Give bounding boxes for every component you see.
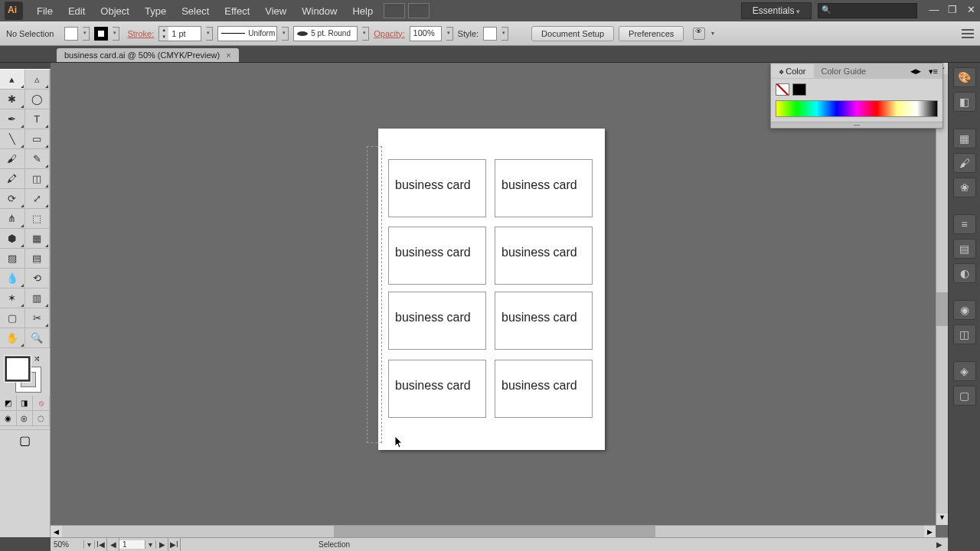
selection-tool[interactable]: ▴ <box>0 70 25 90</box>
fill-swatch-dropdown[interactable] <box>83 27 90 41</box>
arrange-docs-button[interactable] <box>408 3 430 18</box>
blob-brush-tool[interactable]: 🖍 <box>0 169 25 189</box>
free-transform-tool[interactable]: ⬚ <box>25 209 51 229</box>
dock-brushes-icon[interactable]: 🖌 <box>953 153 976 173</box>
business-card[interactable]: business card <box>495 159 593 217</box>
hand-tool[interactable]: ✋ <box>0 328 25 348</box>
vertical-scrollbar[interactable]: ▲ ▼ <box>936 63 948 525</box>
help-search-input[interactable] <box>818 3 917 18</box>
dock-color-icon[interactable]: 🎨 <box>953 67 976 87</box>
preferences-button[interactable]: Preferences <box>619 26 684 41</box>
artboard-dropdown[interactable]: ▾ <box>145 540 156 549</box>
screen-mode-button[interactable]: ▢ <box>0 429 50 451</box>
pencil-tool[interactable]: ✎ <box>25 149 51 169</box>
fill-stroke-control[interactable]: ⤭ <box>0 353 50 396</box>
menu-effect[interactable]: Effect <box>217 2 257 20</box>
document-tab[interactable]: business card.ai @ 50% (CMYK/Preview) × <box>57 48 239 62</box>
workspace-switcher[interactable]: Essentials <box>741 2 812 19</box>
graphic-style-dropdown[interactable] <box>501 27 508 41</box>
stroke-swatch-dropdown[interactable] <box>113 27 119 41</box>
dock-gradient-icon[interactable]: ▤ <box>953 239 976 259</box>
dock-transparency-icon[interactable]: ◐ <box>953 263 976 283</box>
slice-tool[interactable]: ✂ <box>25 308 51 328</box>
business-card[interactable]: business card <box>388 292 486 350</box>
type-tool[interactable]: T <box>25 109 51 129</box>
color-panel-menu-icon[interactable]: ▾≡ <box>924 67 942 77</box>
status-play-icon[interactable]: ▶ <box>934 540 945 549</box>
menu-select[interactable]: Select <box>174 2 217 20</box>
control-bar-menu-icon[interactable] <box>962 29 974 38</box>
color-mode-button[interactable]: ◩ <box>0 396 17 411</box>
dock-swatches-icon[interactable]: ▦ <box>953 129 976 148</box>
none-mode-button[interactable]: ⦸ <box>33 396 50 411</box>
business-card[interactable]: business card <box>388 227 486 285</box>
menu-file[interactable]: File <box>29 2 60 20</box>
dock-graphic-styles-icon[interactable]: ◫ <box>953 324 976 344</box>
business-card[interactable]: business card <box>495 227 593 285</box>
gradient-mode-button[interactable]: ◨ <box>17 396 34 411</box>
zoom-tool[interactable]: 🔍 <box>25 328 51 348</box>
color-spectrum[interactable] <box>776 100 938 117</box>
menu-window[interactable]: Window <box>294 2 345 20</box>
artboard-next-button[interactable]: ▶ <box>156 538 168 551</box>
opacity-input[interactable]: 100% <box>410 26 442 41</box>
fill-swatch[interactable] <box>64 27 78 41</box>
business-card[interactable]: business card <box>388 360 486 418</box>
rectangle-tool[interactable]: ▭ <box>25 129 51 149</box>
direct-selection-tool[interactable]: ▵ <box>25 70 51 90</box>
eraser-tool[interactable]: ◫ <box>25 169 51 189</box>
preview-mode-dd[interactable]: ▾ <box>711 30 714 37</box>
artboard-number-input[interactable]: 1 <box>119 540 145 549</box>
menu-help[interactable]: Help <box>345 2 381 20</box>
width-tool[interactable]: ⋔ <box>0 209 25 229</box>
stroke-swatch[interactable] <box>94 27 108 41</box>
menu-view[interactable]: View <box>257 2 294 20</box>
zoom-dropdown[interactable]: ▾ <box>84 540 95 549</box>
mesh-tool[interactable]: ▨ <box>0 249 25 269</box>
color-black-swatch[interactable] <box>792 83 806 96</box>
dock-appearance-icon[interactable]: ◉ <box>953 300 976 320</box>
panel-resize-grip[interactable]: ━━ <box>771 122 942 128</box>
menu-object[interactable]: Object <box>93 2 137 20</box>
paintbrush-tool[interactable]: 🖌 <box>0 149 25 169</box>
eyedropper-tool[interactable]: 💧 <box>0 269 25 289</box>
horizontal-scrollbar[interactable]: ◀ ▶ <box>51 525 936 537</box>
dock-layers-icon[interactable]: ◈ <box>953 361 976 381</box>
dock-color-guide-icon[interactable]: ◧ <box>953 92 976 112</box>
graphic-style-swatch[interactable] <box>483 27 497 41</box>
scale-tool[interactable]: ⤢ <box>25 189 51 209</box>
business-card[interactable]: business card <box>495 360 593 418</box>
zoom-level-input[interactable]: 50% <box>51 540 84 549</box>
canvas-area[interactable]: business cardbusiness cardbusiness cardb… <box>51 63 948 537</box>
lasso-tool[interactable]: ◯ <box>25 90 51 109</box>
menu-type[interactable]: Type <box>137 2 174 20</box>
dock-artboards-icon[interactable]: ▢ <box>953 386 976 406</box>
color-panel-tab-color[interactable]: Color <box>771 64 814 78</box>
artboard-first-button[interactable]: I◀ <box>95 538 107 551</box>
pen-tool[interactable]: ✒ <box>0 109 25 129</box>
stroke-weight-input[interactable]: ▲▼ 1 pt <box>158 26 201 41</box>
shape-builder-tool[interactable]: ⬢ <box>0 229 25 249</box>
dock-symbols-icon[interactable]: ❀ <box>953 178 976 197</box>
document-tab-close-icon[interactable]: × <box>226 51 230 60</box>
opacity-dropdown[interactable] <box>446 27 453 41</box>
stroke-label[interactable]: Stroke: <box>127 29 154 38</box>
scroll-left-arrow[interactable]: ◀ <box>51 526 62 537</box>
artboard-tool[interactable]: ▢ <box>0 308 25 328</box>
vertical-scroll-thumb[interactable] <box>936 292 948 326</box>
bridge-button[interactable] <box>384 3 405 18</box>
stroke-weight-dropdown[interactable] <box>206 27 213 41</box>
column-graph-tool[interactable]: ▥ <box>25 289 51 308</box>
menu-edit[interactable]: Edit <box>60 2 93 20</box>
swap-fill-stroke-icon[interactable]: ⤭ <box>34 354 40 363</box>
artboard-last-button[interactable]: ▶I <box>168 538 181 551</box>
window-minimize-button[interactable]: — <box>925 4 943 18</box>
document-setup-button[interactable]: Document Setup <box>531 26 614 41</box>
rotate-tool[interactable]: ⟳ <box>0 189 25 209</box>
color-panel[interactable]: Color Color Guide ◀▶ ▾≡ ━━ <box>770 63 943 129</box>
stroke-style-dropdown[interactable]: Uniform <box>217 26 277 41</box>
color-panel-tab-guide[interactable]: Color Guide <box>814 64 874 78</box>
line-tool[interactable]: ╲ <box>0 129 25 149</box>
gradient-tool[interactable]: ▤ <box>25 249 51 269</box>
horizontal-scroll-thumb[interactable] <box>334 526 655 537</box>
